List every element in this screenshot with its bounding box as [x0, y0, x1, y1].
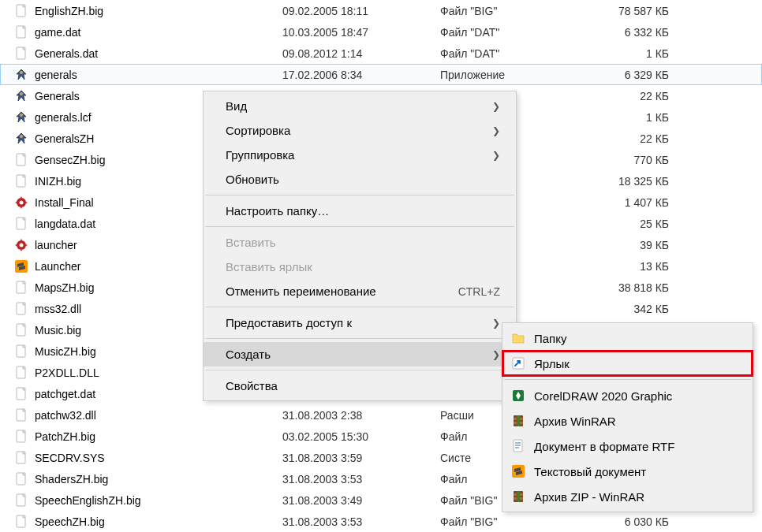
menu-refresh[interactable]: Обновить: [204, 167, 516, 192]
file-row[interactable]: Generals.dat09.08.2012 1:14Файл "DAT"1 К…: [0, 43, 762, 64]
file-name: GeneralsZH: [35, 132, 94, 145]
menu-label: Настроить папку…: [226, 204, 329, 218]
file-name: SECDRV.SYS: [35, 452, 105, 464]
file-size: 22 КБ: [598, 132, 677, 145]
file-size: 6 329 КБ: [598, 69, 677, 81]
menu-label: Сортировка: [226, 124, 290, 137]
submenu-shortcut[interactable]: Ярлык: [502, 351, 753, 376]
file-size: 25 КБ: [598, 218, 677, 230]
file-size: 6 030 КБ: [598, 515, 677, 528]
submenu-folder[interactable]: Папку: [502, 326, 753, 351]
sublime-icon: [510, 463, 526, 479]
shortcut-icon: [510, 355, 526, 371]
file-size: 770 КБ: [598, 154, 677, 166]
file-date: 09.02.2005 18:11: [282, 5, 440, 17]
file-row[interactable]: EnglishZH.big09.02.2005 18:11Файл "BIG"7…: [0, 0, 762, 21]
file-name: generals: [35, 69, 77, 81]
file-row[interactable]: generals17.02.2006 8:34Приложение6 329 К…: [0, 64, 762, 85]
file-name: SpeechZH.big: [35, 515, 105, 528]
menu-group[interactable]: Группировка ❯: [204, 143, 516, 167]
file-type: Файл "DAT": [440, 47, 598, 60]
separator: [205, 338, 514, 339]
file-name: patchw32.dll: [35, 409, 96, 422]
file-name: Music.big: [35, 324, 81, 337]
menu-properties[interactable]: Свойства: [204, 374, 516, 398]
file-row[interactable]: game.dat10.03.2005 18:47Файл "DAT"6 332 …: [0, 21, 762, 43]
file-icon: [14, 387, 28, 401]
file-icon: [14, 451, 28, 465]
file-icon: [14, 174, 28, 188]
eagle-icon: [14, 132, 28, 146]
submenu-text-doc[interactable]: Текстовый документ: [502, 459, 753, 484]
submenu-label: Текстовый документ: [534, 465, 646, 478]
file-date: 31.08.2003 3:59: [282, 452, 440, 464]
file-name: SpeechEnglishZH.big: [35, 494, 141, 507]
file-date: 09.08.2012 1:14: [282, 47, 440, 60]
file-date: 31.08.2003 3:49: [282, 494, 440, 507]
file-name: EnglishZH.big: [35, 5, 103, 17]
shortcut-label: CTRL+Z: [458, 285, 500, 298]
file-icon: [14, 25, 28, 39]
separator: [205, 195, 514, 195]
menu-create[interactable]: Создать ❯: [204, 342, 516, 366]
file-size: 1 КБ: [598, 111, 677, 124]
chevron-right-icon: ❯: [492, 349, 500, 360]
file-icon: [14, 430, 28, 444]
file-name: Generals: [35, 90, 80, 102]
menu-undo-rename[interactable]: Отменить переименование CTRL+Z: [204, 279, 516, 303]
file-row[interactable]: SpeechZH.big31.08.2003 3:53Файл "BIG"6 0…: [0, 511, 762, 532]
menu-label: Обновить: [226, 173, 279, 186]
file-icon: [14, 217, 28, 231]
separator: [205, 307, 514, 307]
menu-label: Создать: [226, 348, 271, 361]
winrar-icon: [510, 413, 526, 429]
submenu-coreldraw[interactable]: CorelDRAW 2020 Graphic: [502, 383, 753, 408]
eagle-icon: [14, 68, 28, 82]
file-name: launcher: [35, 239, 77, 251]
file-date: 10.03.2005 18:47: [282, 26, 440, 39]
submenu-winrar[interactable]: Архив WinRAR: [502, 408, 753, 433]
file-name: MapsZH.big: [35, 281, 94, 294]
context-menu[interactable]: Вид ❯ Сортировка ❯ Группировка ❯ Обновит…: [203, 91, 517, 401]
gear-red-icon: [14, 238, 28, 252]
rtf-icon: [510, 438, 526, 454]
file-name: langdata.dat: [35, 218, 95, 230]
file-name: GensecZH.big: [35, 154, 105, 166]
file-icon: [14, 47, 28, 61]
file-name: Generals.dat: [35, 47, 98, 60]
folder-icon: [510, 330, 526, 346]
menu-customize-folder[interactable]: Настроить папку…: [204, 199, 516, 223]
submenu-zip[interactable]: Архив ZIP - WinRAR: [502, 484, 753, 509]
submenu-label: CorelDRAW 2020 Graphic: [534, 389, 672, 403]
file-icon: [14, 408, 28, 422]
winrar-icon: [510, 489, 526, 504]
separator: [205, 370, 514, 370]
file-icon: [14, 493, 28, 508]
submenu-create[interactable]: Папку Ярлык CorelDRAW 2020 Graphic Архив…: [502, 322, 753, 512]
file-name: Install_Final: [35, 196, 94, 209]
file-name: ShadersZH.big: [35, 473, 108, 485]
separator: [205, 226, 514, 227]
menu-paste-shortcut: Вставить ярлык: [204, 255, 516, 279]
file-icon: [14, 366, 28, 380]
sublime-icon: [14, 259, 28, 273]
file-name: MusicZH.big: [35, 345, 96, 358]
menu-sort[interactable]: Сортировка ❯: [204, 118, 516, 143]
chevron-right-icon: ❯: [492, 125, 500, 136]
file-icon: [14, 302, 28, 316]
file-icon: [14, 472, 28, 486]
chevron-right-icon: ❯: [492, 101, 500, 112]
file-date: 31.08.2003 3:53: [282, 515, 440, 528]
menu-view[interactable]: Вид ❯: [204, 94, 516, 118]
file-name: PatchZH.big: [35, 430, 95, 443]
menu-grant-access[interactable]: Предоставить доступ к ❯: [204, 311, 516, 335]
submenu-label: Архив ZIP - WinRAR: [534, 490, 644, 504]
submenu-label: Ярлык: [534, 357, 570, 370]
menu-label: Группировка: [226, 148, 294, 162]
file-name: generals.lcf: [35, 111, 92, 124]
file-icon: [14, 153, 28, 167]
file-name: mss32.dll: [35, 303, 81, 315]
submenu-rtf[interactable]: Документ в формате RTF: [502, 433, 753, 459]
menu-label: Отменить переименование: [226, 285, 376, 298]
file-size: 1 407 КБ: [598, 196, 677, 209]
